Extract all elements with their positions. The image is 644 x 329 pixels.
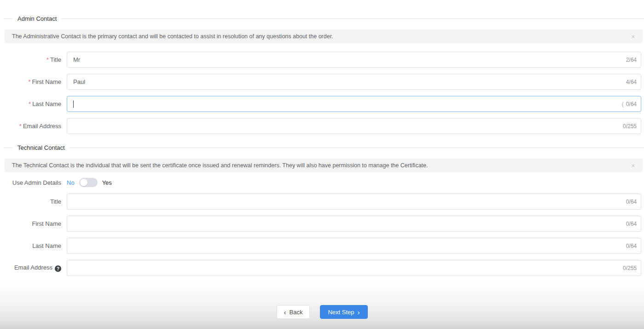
tech-email-row: Email Address? 0/255 (0, 260, 641, 276)
divider-line (61, 18, 644, 19)
tech-firstname-row: First Name 0/64 (0, 216, 641, 232)
tech-lastname-row: Last Name 0/64 (0, 238, 641, 254)
admin-lastname-row: *Last Name (0/64 (0, 96, 641, 112)
technical-contact-alert: The Technical Contact is the individual … (5, 159, 643, 172)
technical-alert-text: The Technical Contact is the individual … (12, 162, 630, 169)
required-asterisk: * (29, 100, 31, 107)
tech-email-input[interactable] (67, 260, 641, 276)
use-admin-details-row: Use Admin Details No Yes (0, 177, 644, 188)
tech-email-label: Email Address? (0, 264, 67, 272)
tech-title-input-wrap: 0/64 (67, 194, 641, 210)
admin-title-input-wrap: 2/64 (67, 52, 641, 68)
toggle-knob (80, 179, 87, 186)
tech-lastname-label: Last Name (0, 242, 67, 249)
text-cursor (73, 100, 74, 108)
admin-firstname-label: *First Name (0, 78, 67, 85)
admin-firstname-row: *First Name 4/64 (0, 74, 641, 90)
technical-section-divider: Technical Contact (0, 144, 644, 151)
use-admin-details-label: Use Admin Details (0, 179, 67, 186)
admin-lastname-input[interactable] (67, 96, 641, 112)
admin-section-divider: Admin Contact (0, 15, 644, 22)
tech-title-row: Title 0/64 (0, 194, 641, 210)
use-admin-details-toggle[interactable] (79, 178, 98, 187)
admin-lastname-input-wrap: (0/64 (67, 96, 641, 112)
admin-lastname-label: *Last Name (0, 100, 67, 107)
admin-contact-alert: The Administrative Contact is the primar… (5, 29, 643, 43)
tech-title-label: Title (0, 198, 67, 205)
help-question-icon[interactable]: ? (55, 265, 61, 272)
divider-line (70, 147, 644, 148)
admin-email-input[interactable] (67, 118, 641, 134)
toggle-on-label[interactable]: Yes (102, 179, 112, 186)
admin-firstname-input[interactable] (67, 74, 641, 90)
admin-alert-text: The Administrative Contact is the primar… (12, 33, 630, 40)
admin-section-title: Admin Contact (17, 15, 57, 22)
tech-lastname-input[interactable] (67, 238, 641, 254)
required-asterisk: * (28, 78, 30, 85)
chevron-left-icon: ‹ (284, 308, 286, 316)
admin-title-label: *Title (0, 56, 67, 63)
divider-line (4, 18, 12, 19)
required-asterisk: * (19, 123, 22, 129)
tech-firstname-input[interactable] (67, 216, 641, 232)
tech-firstname-input-wrap: 0/64 (67, 216, 641, 232)
tech-email-input-wrap: 0/255 (67, 260, 641, 276)
admin-email-row: *Email Address 0/255 (0, 118, 641, 134)
admin-title-input[interactable] (67, 52, 641, 68)
admin-title-row: *Title 2/64 (0, 52, 641, 68)
back-button[interactable]: ‹Back (277, 305, 310, 319)
order-contacts-page: Admin Contact The Administrative Contact… (0, 0, 644, 329)
wizard-footer: ‹Back Next Step› (0, 282, 644, 329)
close-icon[interactable]: × (630, 162, 636, 170)
technical-section-title: Technical Contact (17, 144, 65, 151)
admin-email-input-wrap: 0/255 (67, 118, 641, 134)
admin-email-label: *Email Address (0, 123, 67, 129)
next-step-button[interactable]: Next Step› (320, 305, 367, 319)
toggle-off-label[interactable]: No (67, 179, 75, 186)
chevron-right-icon: › (358, 308, 360, 316)
admin-firstname-input-wrap: 4/64 (67, 74, 641, 90)
tech-lastname-input-wrap: 0/64 (67, 238, 641, 254)
close-icon[interactable]: × (630, 33, 636, 41)
divider-line (4, 147, 12, 148)
form-content: Admin Contact The Administrative Contact… (0, 0, 644, 282)
required-asterisk: * (46, 56, 49, 63)
tech-firstname-label: First Name (0, 220, 67, 227)
tech-title-input[interactable] (67, 194, 641, 210)
